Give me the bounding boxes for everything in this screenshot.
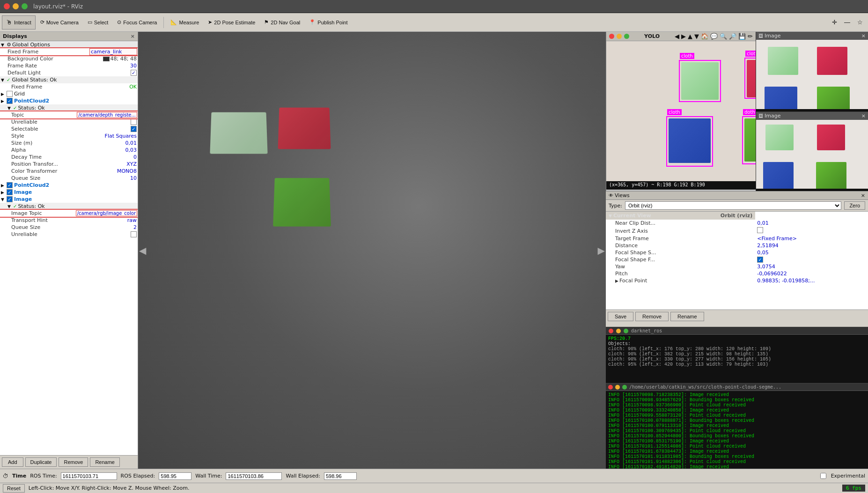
yaw-row[interactable]: Yaw 3,0754 [606, 263, 868, 270]
center-viewport[interactable]: ◀ ▶ [138, 32, 606, 469]
close-btn[interactable] [4, 3, 10, 9]
bg-color-swatch[interactable] [103, 57, 110, 61]
near-clip-row[interactable]: Near Clip Dist... 0,01 [606, 220, 868, 227]
pc2-1-status-row[interactable]: ▼ ✓ Status: Ok [0, 104, 138, 111]
toolbar-extra-1[interactable]: ✛ [829, 15, 840, 29]
image-1-row[interactable]: ▶ ✓ Image [0, 189, 138, 196]
term-min[interactable] [615, 385, 620, 390]
pc2-alpha-row[interactable]: Alpha 0,03 [0, 147, 138, 154]
pc2-topic-row[interactable]: Topic /camera/depth_registe... [0, 111, 138, 118]
pc2-1-row[interactable]: ▶ ✓ PointCloud2 [0, 97, 138, 104]
min-btn[interactable] [13, 3, 19, 9]
img-unreliable-row[interactable]: Unreliable [0, 231, 138, 238]
pc2-unreliable-row[interactable]: Unreliable [0, 118, 138, 125]
fixed-frame-row[interactable]: Fixed Frame camera_link [0, 48, 138, 55]
pc2-queue-row[interactable]: Queue Size 10 [0, 175, 138, 182]
img-2-close[interactable]: × [861, 113, 866, 119]
image-2-row[interactable]: ▼ ✓ Image [0, 196, 138, 203]
select-button[interactable]: ▭ Select [83, 15, 113, 29]
ros-elapsed-input[interactable] [159, 472, 191, 480]
pc2-style-row[interactable]: Style Flat Squares [0, 132, 138, 140]
reset-button[interactable]: Reset [3, 484, 25, 493]
grid-row[interactable]: ▶ Grid [0, 90, 138, 97]
image-2-check[interactable]: ✓ [7, 196, 13, 202]
invert-z-row[interactable]: Invert Z Axis [606, 227, 868, 235]
wall-elapsed-input[interactable] [324, 472, 357, 480]
fixed-frame-value[interactable]: camera_link [90, 49, 137, 55]
img-unreliable-check[interactable] [131, 231, 137, 237]
viewport-nav-right[interactable]: ▶ [598, 245, 605, 256]
global-status-row[interactable]: ▼ ✓ Global Status: Ok [0, 76, 138, 83]
pc2-2-check[interactable]: ✓ [7, 182, 13, 188]
image-topic-row[interactable]: Image Topic /camera/rgb/image_color [0, 210, 138, 217]
views-remove-btn[interactable]: Remove [635, 312, 669, 321]
move-camera-button[interactable]: ⟳ Move Camera [36, 15, 83, 29]
yolo-toolbar-1[interactable]: ◀ [675, 33, 679, 40]
global-options-item[interactable]: ▼ ⚙ Global Options [0, 41, 138, 48]
focus-camera-button[interactable]: ⊙ Focus Camera [113, 15, 161, 29]
transport-hint-row[interactable]: Transport Hint raw [0, 217, 138, 224]
gs-fixed-frame-row[interactable]: Fixed Frame OK [0, 83, 138, 90]
yolo-toolbar-8[interactable]: 🔎 [729, 33, 736, 40]
yolo-toolbar-10[interactable]: ✏️ [748, 33, 753, 40]
focal-point-row[interactable]: ▶ Focal Point 0.98835; -0.019858;... [606, 277, 868, 284]
views-close[interactable]: × [861, 192, 865, 199]
image-2-status-row[interactable]: ▼ ✓ Status: Ok [0, 203, 138, 210]
default-light-row[interactable]: Default Light ✓ [0, 69, 138, 76]
views-type-select[interactable]: Orbit (rviz) [625, 201, 841, 210]
yolo-image-area[interactable]: cloth cloth cloth doth [606, 41, 756, 181]
focal-shape-f-check[interactable]: ✓ [757, 257, 763, 263]
rename-button[interactable]: Rename [90, 457, 120, 467]
image-topic-value[interactable]: /camera/rgb/image_color [76, 211, 137, 216]
pc2-topic-value[interactable]: /camera/depth_registe... [77, 112, 137, 118]
views-zero-btn[interactable]: Zero [844, 201, 865, 210]
img-panel-2-content[interactable] [756, 120, 868, 189]
image-1-check[interactable]: ✓ [7, 189, 13, 195]
yolo-close[interactable] [609, 34, 614, 39]
max-btn[interactable] [22, 3, 28, 9]
pc2-pos-tf-row[interactable]: Position Transfor... XYZ [0, 161, 138, 168]
experimental-check[interactable] [820, 473, 826, 479]
yolo-toolbar-7[interactable]: 🔍 [720, 33, 727, 40]
pc2-selectable-row[interactable]: Selectable ✓ [0, 125, 138, 132]
pc2-size-row[interactable]: Size (m) 0,01 [0, 140, 138, 147]
yolo-toolbar-2[interactable]: ▶ [681, 33, 686, 40]
target-frame-row[interactable]: Target Frame <Fixed Frame> [606, 235, 868, 242]
pc2-1-check[interactable]: ✓ [7, 98, 13, 104]
pc2-unreliable-check[interactable] [131, 119, 137, 125]
nav-goal-button[interactable]: ⚑ 2D Nav Goal [260, 15, 304, 29]
yolo-min[interactable] [617, 34, 622, 39]
interact-button[interactable]: 🖱 Interact [2, 15, 36, 29]
focal-shape-s-row[interactable]: Focal Shape S... 0,05 [606, 249, 868, 256]
yolo-toolbar-6[interactable]: 💬 [710, 33, 718, 40]
pc2-selectable-check[interactable]: ✓ [131, 126, 137, 132]
pitch-row[interactable]: Pitch -0,0696022 [606, 270, 868, 277]
term-max[interactable] [622, 385, 627, 390]
toolbar-extra-3[interactable]: ☆ [854, 15, 866, 29]
viewport-nav-left[interactable]: ◀ [139, 245, 146, 256]
term-close[interactable] [608, 385, 613, 390]
img-queue-size-row[interactable]: Queue Size 2 [0, 224, 138, 231]
main-terminal-content[interactable]: INFO [1611570098.718238352]: Image recei… [606, 391, 868, 469]
displays-tree[interactable]: ▼ ⚙ Global Options Fixed Frame camera_li… [0, 41, 138, 455]
img-panel-1-content[interactable] [756, 40, 868, 109]
remove-button[interactable]: Remove [59, 457, 88, 467]
frame-rate-value[interactable]: 30 [130, 63, 137, 69]
measure-button[interactable]: 📐 Measure [166, 15, 203, 29]
distance-row[interactable]: Distance 2,51894 [606, 242, 868, 249]
frame-rate-row[interactable]: Frame Rate 30 [0, 62, 138, 69]
grid-check[interactable] [7, 91, 13, 97]
img-1-close[interactable]: × [861, 33, 866, 39]
displays-close-icon[interactable]: × [131, 33, 135, 39]
views-save-btn[interactable]: Save [608, 312, 633, 321]
invert-z-check[interactable] [757, 227, 763, 233]
views-rename-btn[interactable]: Rename [670, 312, 704, 321]
pointcloud-canvas[interactable]: ◀ ▶ [138, 32, 606, 469]
yolo-toolbar-4[interactable]: ▼ [694, 33, 699, 40]
publish-point-button[interactable]: 📍 Publish Point [305, 15, 352, 29]
yolo-toolbar-3[interactable]: ▲ [688, 33, 692, 40]
yolo-max[interactable] [624, 34, 629, 39]
yolo-toolbar-9[interactable]: 💾 [738, 33, 746, 40]
darknet-max[interactable] [624, 329, 628, 333]
pc2-2-row[interactable]: ▶ ✓ PointCloud2 [0, 182, 138, 189]
